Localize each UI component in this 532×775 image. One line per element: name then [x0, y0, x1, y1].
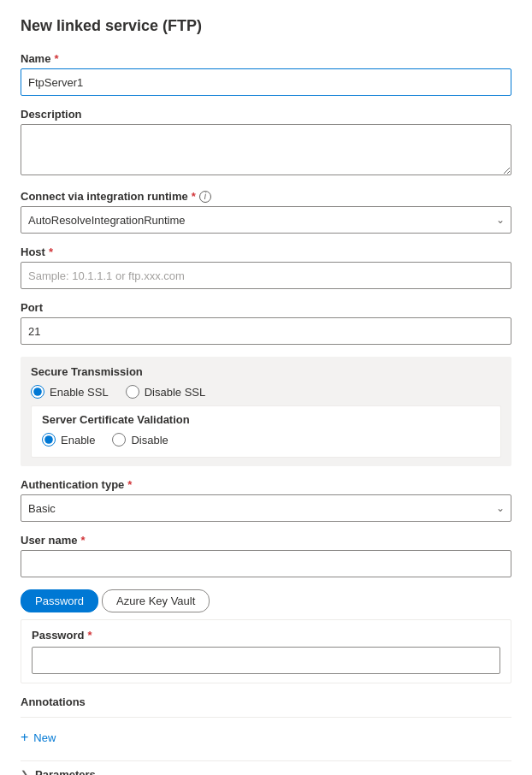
secure-transmission-label: Secure Transmission: [31, 365, 501, 378]
credential-tab-group: Password Azure Key Vault Password *: [21, 589, 511, 683]
cert-disable-label: Disable: [131, 434, 168, 447]
cert-validation-section: Server Certificate Validation Enable Dis…: [31, 405, 501, 458]
page-title: New linked service (FTP): [21, 17, 511, 35]
cert-disable-radio-item[interactable]: Disable: [112, 433, 168, 447]
integration-runtime-label: Connect via integration runtime * i: [21, 190, 511, 203]
annotations-divider: [21, 717, 511, 718]
password-tab[interactable]: Password: [21, 589, 98, 612]
cert-disable-radio[interactable]: [112, 433, 126, 447]
cert-enable-radio[interactable]: [42, 433, 56, 447]
cert-enable-label: Enable: [61, 434, 95, 447]
port-label: Port: [21, 301, 511, 314]
auth-type-field-group: Authentication type * Basic ⌄: [21, 478, 511, 522]
username-label: User name *: [21, 534, 511, 547]
cert-enable-radio-item[interactable]: Enable: [42, 433, 95, 447]
integration-runtime-select-wrapper: AutoResolveIntegrationRuntime ⌄: [21, 206, 511, 234]
cert-validation-label: Server Certificate Validation: [42, 413, 490, 426]
host-input[interactable]: [21, 262, 511, 289]
integration-runtime-required-star: *: [192, 190, 196, 203]
username-input[interactable]: [21, 550, 511, 577]
disable-ssl-radio-item[interactable]: Disable SSL: [126, 385, 206, 399]
add-new-button[interactable]: + New: [21, 726, 56, 748]
enable-ssl-radio[interactable]: [31, 385, 44, 399]
description-field-group: Description: [21, 108, 511, 178]
host-label: Host *: [21, 246, 511, 258]
new-button-label: New: [33, 731, 56, 744]
enable-ssl-radio-item[interactable]: Enable SSL: [31, 385, 109, 399]
description-input[interactable]: [21, 124, 511, 175]
parameters-chevron-icon: ❯: [21, 769, 28, 775]
secure-transmission-section: Secure Transmission Enable SSL Disable S…: [21, 357, 511, 466]
panel-content: New linked service (FTP) Name * Descript…: [0, 0, 532, 775]
enable-ssl-label: Enable SSL: [50, 386, 109, 399]
parameters-collapsible[interactable]: ❯ Parameters: [21, 760, 511, 775]
password-label: Password *: [32, 629, 500, 642]
auth-type-select-wrapper: Basic ⌄: [21, 494, 511, 522]
auth-type-required-star: *: [127, 478, 132, 491]
integration-runtime-field-group: Connect via integration runtime * i Auto…: [21, 190, 511, 234]
disable-ssl-label: Disable SSL: [145, 386, 206, 399]
auth-type-label: Authentication type *: [21, 478, 511, 491]
integration-runtime-info-icon[interactable]: i: [199, 191, 211, 203]
integration-runtime-select[interactable]: AutoResolveIntegrationRuntime: [21, 206, 511, 234]
name-input[interactable]: [21, 68, 511, 96]
host-required-star: *: [49, 246, 53, 258]
azure-key-vault-tab[interactable]: Azure Key Vault: [102, 589, 210, 612]
password-input[interactable]: [32, 647, 500, 674]
ssl-radio-group: Enable SSL Disable SSL: [31, 385, 501, 399]
cert-radio-group: Enable Disable: [42, 433, 490, 447]
name-label: Name *: [21, 52, 511, 65]
name-required-star: *: [54, 52, 58, 65]
name-field-group: Name *: [21, 52, 511, 96]
description-label: Description: [21, 108, 511, 121]
parameters-label: Parameters: [35, 768, 96, 775]
annotations-label: Annotations: [21, 695, 511, 708]
port-input[interactable]: [21, 317, 511, 345]
host-field-group: Host *: [21, 246, 511, 289]
auth-type-select[interactable]: Basic: [21, 494, 511, 522]
password-required-star: *: [87, 629, 92, 642]
username-field-group: User name *: [21, 534, 511, 577]
disable-ssl-radio[interactable]: [126, 385, 139, 399]
password-section: Password *: [21, 619, 511, 683]
credential-tabs: Password Azure Key Vault: [21, 589, 511, 612]
username-required-star: *: [80, 534, 85, 547]
plus-icon: +: [21, 730, 28, 745]
annotations-section: Annotations + New: [21, 695, 511, 748]
port-field-group: Port: [21, 301, 511, 345]
